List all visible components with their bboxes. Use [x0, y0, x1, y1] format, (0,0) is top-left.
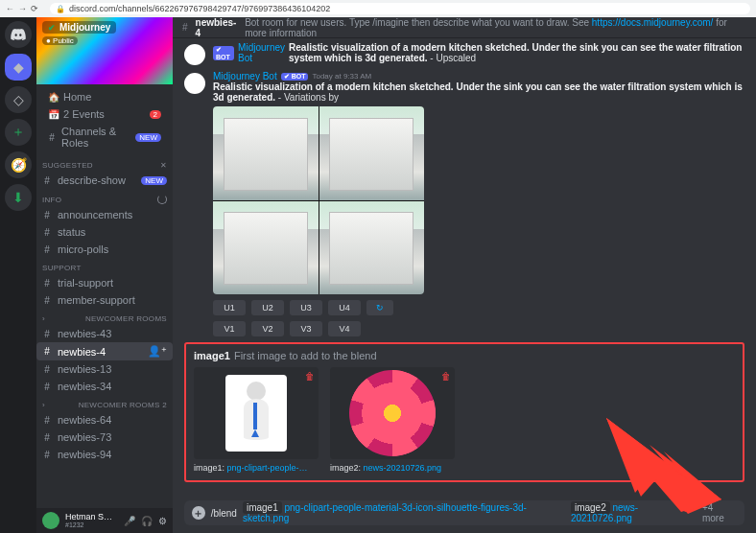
lock-icon: 🔒 [56, 5, 65, 13]
attach-label-2: image2: news-20210726.png [330, 463, 455, 473]
u1-button[interactable]: U1 [213, 300, 246, 315]
server-midjourney[interactable]: ◆ [5, 54, 32, 81]
attach-title: image1First image to add to the blend [194, 350, 735, 361]
close-icon[interactable]: ✕ [160, 161, 167, 170]
trash-icon[interactable]: 🗑 [441, 371, 451, 382]
url-text: discord.com/channels/662267976798429747/… [69, 4, 330, 13]
add-server[interactable]: ＋ [5, 119, 32, 146]
attach-card-2[interactable]: 🗑 image2: news-20210726.png [330, 367, 455, 473]
param-image1[interactable]: image1 png-clipart-people-material-3d-ic… [243, 502, 565, 523]
svg-point-0 [247, 382, 266, 401]
user-panel[interactable]: Hetman S… #1232 🎤 🎧 ⚙ [36, 508, 173, 533]
gen-image-1[interactable] [213, 106, 319, 200]
gen-image-2[interactable] [319, 106, 425, 200]
channel-title: newbies-4 [196, 17, 238, 38]
slash-attachment-preview: image1First image to add to the blend 🗑 … [184, 342, 744, 482]
settings-icon[interactable]: ⚙ [158, 516, 167, 526]
channel-newbies-73[interactable]: #newbies-73 [36, 429, 173, 446]
reroll-button[interactable]: ↻ [366, 300, 393, 315]
channel-member-support[interactable]: #member-support [36, 291, 173, 309]
add-attachment-button[interactable]: ＋ [192, 506, 205, 520]
server-banner[interactable]: ✔ Midjourney ● Public [36, 17, 173, 84]
nav-arrows[interactable]: ←→⟳ [6, 4, 42, 13]
param-image2[interactable]: image2 news-20210726.png [571, 502, 697, 523]
download-apps[interactable]: ⬇ [5, 184, 32, 211]
channel-newbies-94[interactable]: #newbies-94 [36, 446, 173, 463]
cat-support[interactable]: SUPPORT [36, 258, 173, 274]
server-rail: ◆ ◇ ＋ 🧭 ⬇ [0, 17, 36, 533]
docs-link[interactable]: https://docs.midjourney.com/ [592, 17, 714, 28]
u4-button[interactable]: U4 [328, 300, 361, 315]
bot-tag: ✔ BOT [281, 73, 309, 81]
url-bar[interactable]: 🔒 discord.com/channels/66226797679842974… [50, 3, 750, 14]
add-person-icon[interactable]: 👤⁺ [148, 345, 167, 358]
attach-card-1[interactable]: 🗑 image1: png-clipart-people-… [194, 367, 319, 473]
channel-sidebar: ✔ Midjourney ● Public 🏠Home 📅2 Events2 #… [36, 17, 173, 533]
timestamp: Today at 9:33 AM [312, 72, 371, 81]
trash-icon[interactable]: 🗑 [305, 371, 315, 382]
server-public-badge: ● Public [42, 36, 78, 45]
channel-describe-show[interactable]: #describe-showNEW [36, 172, 173, 189]
sidebar-home[interactable]: 🏠Home [42, 88, 167, 105]
channel-newbies-34[interactable]: #newbies-34 [36, 378, 173, 395]
hash-icon: # [42, 175, 52, 186]
loading-icon [157, 195, 167, 204]
message-old[interactable]: ✔ BOT Midjourney Bot Realistic visualiza… [184, 42, 744, 65]
discord-home[interactable] [5, 21, 32, 48]
explore-servers[interactable]: 🧭 [5, 151, 32, 178]
v1-button[interactable]: V1 [213, 321, 246, 336]
calendar-icon: 📅 [48, 109, 58, 120]
slash-command: /blend [211, 508, 237, 519]
v4-button[interactable]: V4 [328, 321, 361, 336]
hash-icon: # [182, 22, 188, 33]
channel-newbies-13[interactable]: #newbies-13 [36, 360, 173, 378]
channel-newbies-64[interactable]: #newbies-64 [36, 411, 173, 429]
bot-avatar[interactable] [184, 73, 205, 94]
main-panel: # newbies-4 Bot room for new users. Type… [173, 17, 756, 533]
attach-thumb-2[interactable]: 🗑 [330, 367, 455, 459]
channel-newbies-43[interactable]: #newbies-43 [36, 325, 173, 342]
message-composer[interactable]: ＋ /blend image1 png-clipart-people-mater… [184, 500, 744, 525]
sidebar-channels-roles[interactable]: #Channels & RolesNEW [42, 123, 167, 151]
channel-trial-support[interactable]: #trial-support [36, 274, 173, 291]
upscale-row: U1 U2 U3 U4 ↻ [213, 300, 744, 315]
sidebar-events[interactable]: 📅2 Events2 [42, 105, 167, 123]
user-avatar[interactable] [42, 512, 59, 529]
message-main[interactable]: Midjourney Bot ✔ BOT Today at 9:33 AM Re… [184, 71, 744, 336]
user-tag: #1232 [65, 521, 112, 528]
message-text: Realistic visualization of a modern kitc… [213, 81, 744, 103]
cat-newcomer-1[interactable]: › NEWCOMER ROOMS [36, 309, 173, 325]
person-clipart [225, 375, 287, 452]
image-grid[interactable] [213, 106, 424, 294]
gen-image-3[interactable] [213, 201, 319, 295]
mic-mute-icon[interactable]: 🎤 [124, 516, 135, 526]
channel-newbies-4[interactable]: #newbies-4👤⁺ [36, 342, 173, 360]
gen-image-4[interactable] [319, 201, 425, 295]
channel-micro-polls[interactable]: #micro-polls [36, 241, 173, 258]
author-name[interactable]: Midjourney Bot [238, 42, 285, 63]
messages-scroll[interactable]: ✔ BOT Midjourney Bot Realistic visualiza… [173, 38, 756, 500]
cat-newcomer-2[interactable]: › NEWCOMER ROOMS 2 [36, 395, 173, 411]
verified-icon: ✔ [48, 23, 56, 33]
v3-button[interactable]: V3 [290, 321, 322, 336]
event-count-badge: 2 [150, 110, 161, 119]
author-name[interactable]: Midjourney Bot [213, 71, 277, 81]
channel-announcements[interactable]: #announcements [36, 206, 173, 223]
u2-button[interactable]: U2 [251, 300, 284, 315]
u3-button[interactable]: U3 [290, 300, 322, 315]
server-2[interactable]: ◇ [5, 86, 32, 113]
home-icon: 🏠 [48, 92, 58, 103]
hash-icon: # [48, 132, 56, 143]
v2-button[interactable]: V2 [251, 321, 284, 336]
headphones-icon[interactable]: 🎧 [141, 516, 153, 526]
more-params[interactable]: +4 more [702, 502, 737, 523]
flower-image [349, 370, 436, 456]
channel-status[interactable]: #status [36, 223, 173, 241]
server-name-chip: ✔ Midjourney [42, 21, 116, 34]
cat-info[interactable]: INFO [36, 189, 173, 206]
cat-suggested[interactable]: SUGGESTED✕ [36, 155, 173, 172]
bot-avatar[interactable] [184, 44, 205, 65]
svg-rect-1 [253, 403, 257, 429]
attach-thumb-1[interactable]: 🗑 [194, 367, 319, 459]
new-badge: NEW [135, 133, 161, 142]
